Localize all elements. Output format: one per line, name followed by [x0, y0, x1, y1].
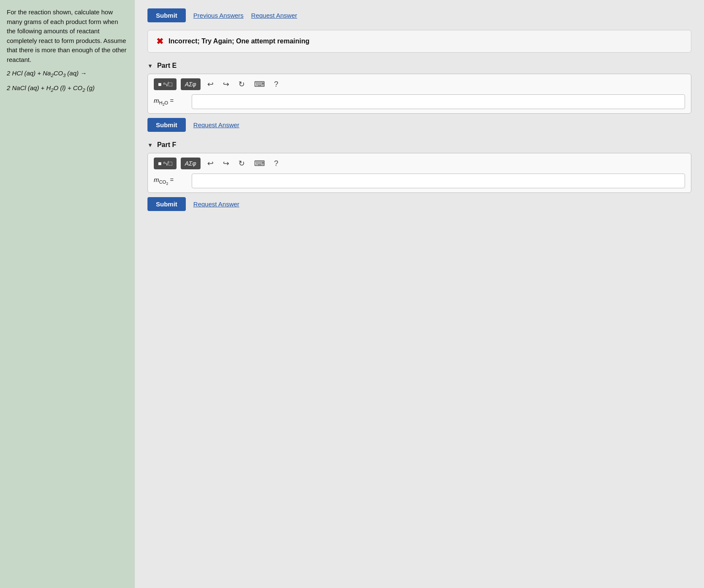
part-e-redo-icon[interactable]: ↪: [220, 79, 232, 90]
right-panel: Submit Previous Answers Request Answer ✖…: [135, 0, 704, 588]
part-f-refresh-icon[interactable]: ↻: [236, 158, 247, 169]
part-f-submit-row: Submit Request Answer: [147, 197, 691, 211]
part-f-radical-icon: ⁿ√□: [163, 160, 172, 167]
error-box: ✖ Incorrect; Try Again; One attempt rema…: [147, 30, 691, 53]
part-e-help-icon[interactable]: ?: [272, 79, 281, 90]
part-e-refresh-icon[interactable]: ↻: [236, 79, 247, 90]
previous-answers-link[interactable]: Previous Answers: [193, 12, 244, 19]
part-e-input-container: ■ ⁿ√□ ΑΣφ ↩ ↪ ↻ ⌨ ? mH2O =: [147, 74, 691, 114]
part-f-request-answer-link[interactable]: Request Answer: [193, 200, 239, 208]
radical-icon: ⁿ√□: [163, 81, 172, 88]
part-e-math-btn[interactable]: ■ ⁿ√□: [154, 78, 177, 90]
part-f-chevron-icon[interactable]: ▼: [147, 142, 153, 148]
square-icon: ■: [158, 81, 161, 88]
problem-description: For the reaction shown, calculate how ma…: [7, 8, 128, 64]
error-icon: ✖: [156, 36, 163, 46]
part-f-equation-row: mCO2 =: [154, 174, 685, 188]
part-e-submit-row: Submit Request Answer: [147, 118, 691, 132]
part-f-section: ▼ Part F ■ ⁿ√□ ΑΣφ ↩ ↪ ↻ ⌨ ? mCO2 =: [147, 141, 691, 211]
part-f-header: ▼ Part F: [147, 141, 691, 149]
part-e-header: ▼ Part E: [147, 62, 691, 69]
part-e-toolbar: ■ ⁿ√□ ΑΣφ ↩ ↪ ↻ ⌨ ?: [154, 78, 685, 90]
left-panel: For the reaction shown, calculate how ma…: [0, 0, 135, 588]
part-f-toolbar: ■ ⁿ√□ ΑΣφ ↩ ↪ ↻ ⌨ ?: [154, 158, 685, 169]
equation-line-2: 2 NaCl (aq) + H2O (l) + CO2 (g): [7, 83, 128, 94]
part-f-math-btn[interactable]: ■ ⁿ√□: [154, 158, 177, 169]
part-f-input-container: ■ ⁿ√□ ΑΣφ ↩ ↪ ↻ ⌨ ? mCO2 =: [147, 153, 691, 193]
equation-line-1: 2 HCl (aq) + Na2CO3 (aq) →: [7, 69, 128, 79]
part-e-input[interactable]: [192, 94, 685, 109]
part-f-keyboard-icon[interactable]: ⌨: [252, 158, 268, 169]
part-e-greek-btn[interactable]: ΑΣφ: [181, 78, 201, 90]
part-e-request-answer-link[interactable]: Request Answer: [193, 121, 239, 128]
top-submit-button[interactable]: Submit: [147, 8, 186, 22]
part-f-square-icon: ■: [158, 160, 161, 167]
part-f-submit-button[interactable]: Submit: [147, 197, 186, 211]
part-e-label: Part E: [157, 62, 177, 69]
part-e-keyboard-icon[interactable]: ⌨: [252, 79, 268, 90]
part-f-redo-icon[interactable]: ↪: [220, 158, 232, 169]
part-e-equation-label: mH2O =: [154, 97, 187, 107]
part-e-equation-row: mH2O =: [154, 94, 685, 109]
part-e-undo-icon[interactable]: ↩: [205, 79, 216, 90]
error-message: Incorrect; Try Again; One attempt remain…: [169, 37, 310, 45]
part-f-undo-icon[interactable]: ↩: [205, 158, 216, 169]
part-f-label: Part F: [157, 141, 176, 149]
part-e-submit-button[interactable]: Submit: [147, 118, 186, 132]
top-submit-row: Submit Previous Answers Request Answer: [147, 8, 691, 25]
request-answer-link-top[interactable]: Request Answer: [251, 12, 297, 19]
part-e-chevron-icon[interactable]: ▼: [147, 63, 153, 69]
part-f-equation-label: mCO2 =: [154, 176, 187, 186]
part-e-section: ▼ Part E ■ ⁿ√□ ΑΣφ ↩ ↪ ↻ ⌨ ? mH2O =: [147, 62, 691, 132]
part-f-greek-btn[interactable]: ΑΣφ: [181, 158, 201, 169]
part-f-help-icon[interactable]: ?: [272, 158, 281, 169]
part-f-input[interactable]: [192, 174, 685, 188]
